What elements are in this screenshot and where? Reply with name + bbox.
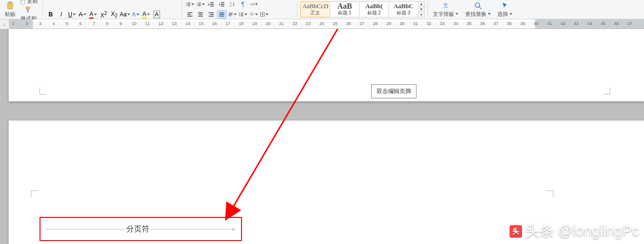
style-label: 标题 3 [397, 10, 410, 16]
svg-rect-38 [228, 15, 231, 16]
ribbon: 粘贴 复制 格式刷 B I U A A X2 X2 Aa A A [0, 0, 644, 19]
bold-button[interactable]: B [46, 10, 55, 19]
line-spacing-button[interactable] [238, 10, 248, 19]
ruler-tick: 43 [574, 21, 579, 26]
ruler-tick: 11 [145, 21, 150, 26]
style-tile-heading1[interactable]: AaB 标题 1 [330, 1, 360, 17]
ruler-tick: 33 [440, 21, 445, 26]
align-right-button[interactable] [206, 10, 216, 19]
svg-text:文: 文 [443, 2, 448, 8]
text-layout-button[interactable]: 文 文字排版 [431, 1, 460, 18]
find-replace-button[interactable]: 查找替换 [463, 1, 493, 18]
strike-button[interactable]: A [78, 10, 87, 19]
footer-edit-hint[interactable]: 双击编辑页脚 [371, 84, 416, 98]
style-preview: AaBbC [393, 2, 413, 10]
ruler-tick: 18 [239, 21, 244, 26]
svg-point-46 [475, 3, 480, 7]
ruler-tick: 38 [507, 21, 512, 26]
paste-button[interactable]: 粘贴 [3, 1, 17, 18]
ruler-tick: 5 [66, 21, 68, 26]
decrease-indent-button[interactable] [206, 0, 216, 9]
numbering-icon: 123 [196, 1, 201, 8]
tabs-icon [249, 1, 255, 8]
select-button[interactable]: 选择 [496, 1, 514, 18]
strike-icon: A [79, 11, 82, 18]
ruler-tick: 36 [480, 21, 485, 26]
page-break-label: 分页符 [124, 224, 151, 234]
ruler-corner[interactable]: ∟ [0, 19, 10, 29]
ruler-tick: 47 [628, 21, 632, 26]
horizontal-ruler[interactable]: ∟ 12345678910111213141516171819202122232… [0, 19, 644, 29]
borders-button[interactable] [259, 10, 269, 19]
paste-icon [6, 1, 14, 10]
page-break-marker[interactable]: 分页符 ↵ [46, 223, 235, 235]
numbering-button[interactable]: 123 [196, 0, 205, 9]
ruler-tick: 30 [400, 21, 404, 26]
change-case-button[interactable]: Aa [120, 10, 130, 19]
select-icon [501, 1, 510, 10]
style-tile-heading3[interactable]: AaBbC 标题 3 [389, 1, 418, 17]
shading-button[interactable] [249, 10, 258, 19]
ruler-tick: 24 [319, 21, 324, 26]
text-layout-label: 文字排版 [433, 11, 454, 18]
highlight-button[interactable]: A [141, 10, 151, 19]
sort-button[interactable]: AZ [228, 0, 237, 9]
show-marks-button[interactable]: ¶ [238, 0, 248, 9]
svg-rect-34 [219, 14, 225, 15]
svg-rect-5 [188, 3, 190, 3]
svg-point-4 [186, 2, 187, 3]
bullets-button[interactable] [185, 0, 195, 9]
margin-corner-icon [31, 190, 38, 197]
copy-button[interactable]: 复制 [17, 0, 40, 6]
ruler-tick: 34 [453, 21, 458, 26]
underline-button[interactable]: U [67, 10, 77, 19]
ruler-tick: 29 [386, 21, 391, 26]
style-tile-normal[interactable]: AaBbCcD 正文 [300, 1, 330, 17]
svg-rect-18 [210, 6, 214, 7]
svg-rect-21 [221, 6, 224, 7]
ruler-tick: 44 [587, 21, 592, 26]
para-row-top: 123 AZ ¶ [185, 0, 294, 9]
italic-button[interactable]: I [56, 10, 66, 19]
tabs-button[interactable] [249, 0, 258, 9]
clear-format-button[interactable]: A [131, 10, 140, 19]
ruler-tick: 14 [185, 21, 190, 26]
clear-format-icon: A [132, 11, 135, 18]
align-left-button[interactable] [185, 10, 195, 19]
ruler-tick: 7 [93, 21, 95, 26]
svg-rect-3 [22, 0, 25, 4]
page-current[interactable]: 分页符 ↵ [9, 121, 644, 244]
font-color-button[interactable]: A [88, 10, 98, 19]
style-label: 标题 1 [338, 10, 351, 16]
ruler-tick: 25 [333, 21, 337, 26]
shading-icon [249, 11, 255, 18]
align-justify-button[interactable] [217, 10, 227, 19]
find-replace-label: 查找替换 [465, 11, 486, 18]
ruler-tick: 8 [106, 21, 108, 26]
bold-icon: B [49, 11, 53, 18]
distribute-button[interactable] [228, 10, 237, 19]
superscript-button[interactable]: X2 [99, 10, 108, 19]
styles-up-button[interactable]: ▲ [418, 2, 424, 7]
char-border-button[interactable]: A [152, 10, 161, 19]
ruler-tick: 40 [534, 21, 538, 26]
styles-more-button[interactable]: ▾ [418, 12, 424, 17]
style-preview: AaBb( [365, 2, 383, 10]
ruler-track[interactable]: 1234567891011121314151617181920212223242… [10, 19, 644, 28]
ruler-tick: 10 [132, 21, 136, 26]
page-previous[interactable] [9, 29, 644, 101]
svg-rect-32 [209, 16, 214, 17]
separator [297, 2, 297, 17]
subscript-button[interactable]: X2 [109, 10, 119, 19]
svg-rect-40 [241, 14, 243, 14]
svg-rect-39 [241, 13, 243, 14]
styles-down-button[interactable]: ▼ [418, 7, 424, 13]
style-tile-heading2[interactable]: AaBb( 标题 2 [359, 1, 389, 17]
document-workspace[interactable]: 双击编辑页脚 分页符 ↵ 头 头条 @longlingPc [0, 29, 644, 244]
ruler-tick: 23 [306, 21, 311, 26]
bullets-icon [186, 1, 191, 8]
styles-group: AaBbCcD 正文 AaB 标题 1 AaBb( 标题 2 AaBbC 标题 … [299, 0, 426, 19]
align-center-button[interactable] [196, 10, 205, 19]
svg-text:Z: Z [230, 4, 232, 7]
increase-indent-button[interactable] [217, 0, 227, 9]
